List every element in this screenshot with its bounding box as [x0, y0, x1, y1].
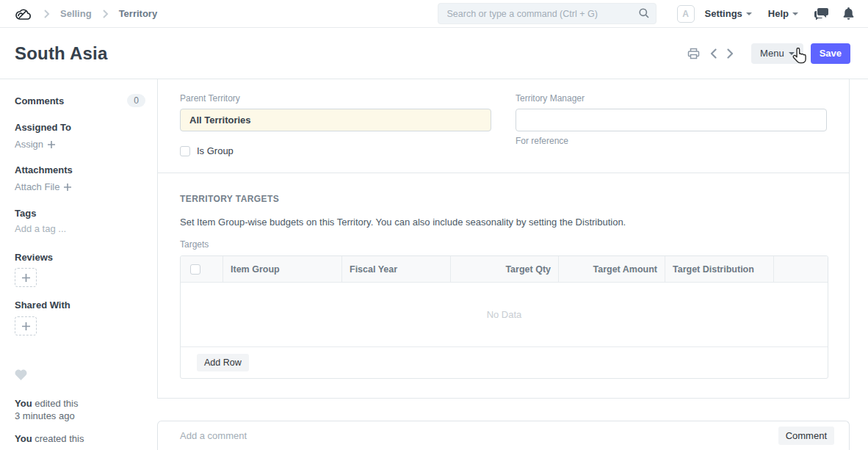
parent-territory-label: Parent Territory — [180, 93, 491, 104]
edited-action: edited this — [35, 398, 78, 409]
chevron-down-icon — [789, 52, 795, 55]
add-tag-input[interactable]: Add a tag ... — [15, 223, 145, 234]
targets-table-label: Targets — [180, 239, 827, 250]
details-section: Parent Territory Is Group Territory Mana… — [158, 79, 849, 173]
attach-file-button[interactable]: Attach File — [15, 181, 145, 192]
assign-button[interactable]: Assign — [15, 139, 145, 150]
column-header-target-amount: Target Amount — [559, 256, 665, 282]
reviews-heading: Reviews — [15, 252, 145, 263]
is-group-field[interactable]: Is Group — [180, 145, 491, 156]
territory-targets-section: TERRITORY TARGETS Set Item Group-wise bu… — [158, 173, 849, 398]
attachments-heading: Attachments — [15, 164, 145, 175]
plus-icon — [22, 322, 30, 330]
plus-icon — [22, 274, 30, 282]
edited-when: 3 minutes ago — [15, 410, 75, 421]
navbar: Selling Territory A Settings Help — [0, 0, 868, 28]
breadcrumb-territory[interactable]: Territory — [119, 8, 158, 19]
plus-icon — [64, 184, 71, 191]
form-sidebar: Comments 0 Assigned To Assign Attachment… — [0, 79, 157, 445]
column-header-fiscal-year: Fiscal Year — [342, 256, 451, 282]
targets-grid: Item Group Fiscal Year Target Qty Target… — [180, 255, 828, 379]
menu-button[interactable]: Menu — [751, 43, 803, 64]
prev-document-icon[interactable] — [707, 46, 720, 62]
territory-manager-input[interactable] — [516, 109, 827, 131]
help-menu[interactable]: Help — [768, 8, 798, 19]
comments-link[interactable]: Comments — [15, 95, 64, 106]
help-label: Help — [768, 8, 789, 19]
search-icon — [638, 7, 650, 22]
no-data-text: No Data — [487, 309, 522, 320]
select-all-cell — [181, 256, 223, 282]
targets-grid-footer: Add Row — [181, 347, 828, 378]
territory-targets-description: Set Item Group-wise budgets on this Terr… — [180, 217, 827, 228]
page-title: South Asia — [15, 43, 107, 64]
select-all-checkbox[interactable] — [190, 264, 200, 275]
frappe-cloud-logo-icon[interactable] — [15, 7, 33, 21]
like-heart-icon[interactable] — [15, 369, 145, 382]
territory-manager-label: Territory Manager — [516, 93, 827, 104]
global-search — [438, 3, 657, 24]
settings-menu[interactable]: Settings — [705, 8, 752, 19]
comment-input[interactable]: Add a comment — [180, 430, 778, 441]
edited-who: You — [15, 398, 32, 409]
breadcrumb-chevron-icon — [102, 10, 109, 18]
menu-button-label: Menu — [760, 48, 784, 59]
column-header-target-distribution: Target Distribution — [665, 256, 774, 282]
shared-with-heading: Shared With — [15, 300, 145, 311]
chevron-down-icon — [746, 12, 752, 15]
created-action: created this — [35, 433, 84, 444]
notifications-bell-icon[interactable] — [843, 7, 854, 20]
attach-file-label: Attach File — [15, 181, 59, 192]
breadcrumb-chevron-icon — [43, 10, 50, 18]
column-header-target-qty: Target Qty — [451, 256, 559, 282]
column-header-item-group: Item Group — [223, 256, 342, 282]
created-who: You — [15, 433, 32, 444]
targets-grid-header: Item Group Fiscal Year Target Qty Target… — [181, 256, 828, 283]
created-timeline-entry: You created this — [15, 432, 145, 445]
targets-grid-body: No Data — [181, 283, 828, 347]
territory-targets-heading: TERRITORY TARGETS — [180, 194, 827, 204]
column-header-settings — [774, 256, 828, 282]
parent-territory-input[interactable] — [180, 109, 491, 131]
is-group-checkbox[interactable] — [180, 146, 190, 156]
add-row-button[interactable]: Add Row — [197, 354, 249, 371]
territory-form-page: Selling Territory A Settings Help — [0, 0, 868, 450]
tags-heading: Tags — [15, 208, 145, 219]
is-group-label: Is Group — [197, 145, 234, 156]
settings-label: Settings — [705, 8, 742, 19]
chevron-down-icon — [792, 12, 798, 15]
assign-label: Assign — [15, 139, 43, 150]
chat-icon[interactable] — [814, 8, 828, 20]
share-button[interactable] — [15, 316, 37, 335]
edited-timeline-entry: You edited this 3 minutes ago — [15, 397, 145, 422]
save-button[interactable]: Save — [811, 43, 850, 64]
search-input[interactable] — [438, 3, 657, 24]
breadcrumb-selling[interactable]: Selling — [60, 8, 92, 19]
territory-manager-help: For reference — [516, 136, 827, 146]
user-avatar[interactable]: A — [677, 5, 695, 23]
assigned-to-heading: Assigned To — [15, 122, 145, 133]
print-icon[interactable] — [684, 45, 703, 62]
comment-button[interactable]: Comment — [778, 427, 834, 445]
page-head: South Asia Menu Save — [0, 28, 868, 79]
comments-count-badge: 0 — [127, 94, 145, 107]
add-review-button[interactable] — [15, 268, 37, 287]
comment-card: Add a comment Comment — [157, 421, 850, 450]
plus-icon — [48, 141, 55, 148]
form-card: Parent Territory Is Group Territory Mana… — [157, 79, 850, 399]
next-document-icon[interactable] — [724, 46, 737, 62]
